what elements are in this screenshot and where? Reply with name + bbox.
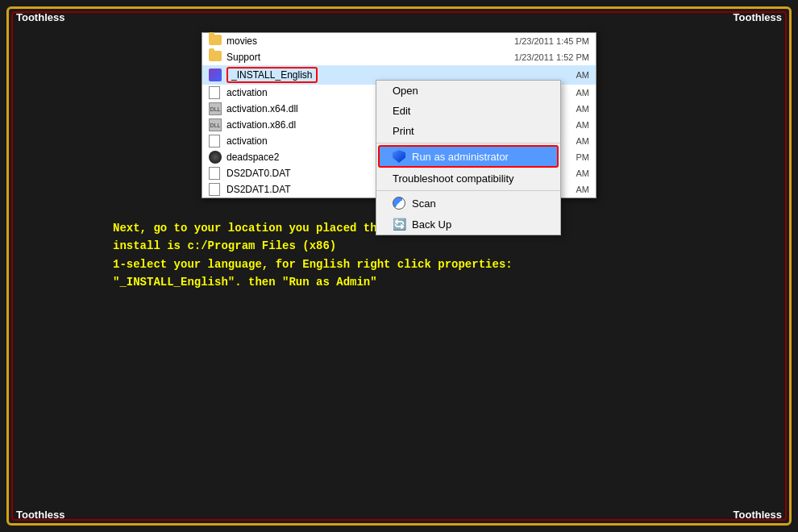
file-row-movies[interactable]: movies 1/23/2011 1:45 PM [202, 33, 596, 49]
context-menu-print[interactable]: Print [376, 121, 560, 141]
file-name-movies: movies [227, 35, 514, 47]
open-label: Open [393, 85, 418, 97]
file-date-install: AM [576, 70, 590, 80]
file-date-activation-x64: AM [576, 104, 590, 114]
file-icon-ds2dat1 [209, 183, 222, 196]
run-admin-label: Run as administrator [412, 151, 509, 163]
description-line4: "_INSTALL_English". then "Run as Admin" [113, 273, 533, 291]
print-label: Print [393, 125, 414, 137]
context-menu-divider2 [376, 190, 560, 191]
edit-label: Edit [393, 105, 410, 117]
file-date-support: 1/23/2011 1:52 PM [514, 52, 589, 62]
context-menu-run-admin[interactable]: Run as administrator [378, 145, 559, 168]
folder-icon-movies [209, 35, 222, 48]
context-menu: Open Edit Print Run as administrator Tro… [376, 80, 561, 235]
explorer-window: movies 1/23/2011 1:45 PM Support 1/23/20… [202, 32, 596, 198]
file-icon-activation-x64: DLL [209, 102, 222, 115]
file-row-support[interactable]: Support 1/23/2011 1:52 PM [202, 49, 596, 65]
troubleshoot-label: Troubleshoot compatibility [393, 172, 514, 185]
file-date-ds2dat0: AM [576, 168, 590, 178]
context-menu-edit[interactable]: Edit [376, 101, 560, 121]
folder-icon-support [209, 51, 222, 64]
context-menu-backup[interactable]: 🔄 Back Up [376, 214, 560, 235]
file-icon-activation1 [209, 86, 222, 99]
backup-label: Back Up [412, 218, 451, 231]
context-menu-scan[interactable]: Scan [376, 193, 560, 214]
main-content: movies 1/23/2011 1:45 PM Support 1/23/20… [32, 32, 766, 500]
description-line3: 1-select your language, for English righ… [113, 256, 533, 273]
file-date-ds2dat1: AM [576, 185, 590, 194]
file-icon-activation2 [209, 135, 222, 148]
context-menu-divider1 [376, 143, 560, 143]
file-icon-activation-x86: DLL [209, 118, 222, 131]
file-date-activation1: AM [576, 88, 590, 98]
context-menu-open[interactable]: Open [376, 81, 560, 101]
file-icon-ds2dat0 [209, 167, 222, 180]
scan-icon [393, 197, 405, 210]
file-date-deadspace2: PM [576, 152, 590, 162]
exe-icon-install [209, 69, 222, 81]
file-icon-deadspace2 [209, 151, 222, 164]
file-date-movies: 1/23/2011 1:45 PM [514, 36, 589, 46]
context-menu-troubleshoot[interactable]: Troubleshoot compatibility [376, 168, 560, 189]
install-red-box: _INSTALL_English [227, 67, 318, 83]
backup-icon: 🔄 [393, 218, 405, 231]
file-date-activation-x86: AM [576, 120, 590, 130]
file-date-activation2: AM [576, 136, 590, 146]
scan-label: Scan [412, 197, 436, 210]
shield-icon [393, 150, 405, 163]
file-name-support: Support [227, 52, 514, 63]
description-line2: install is c:/Program Files (x86) [113, 237, 533, 255]
